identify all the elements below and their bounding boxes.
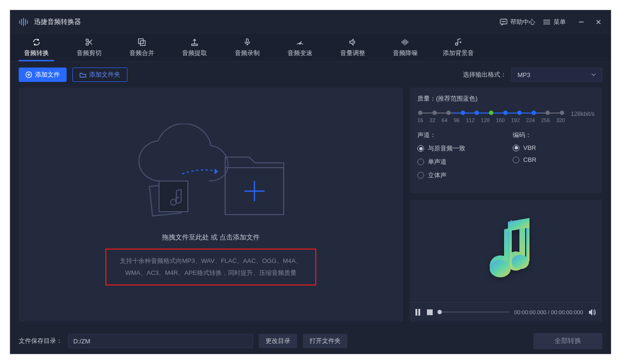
channel-stereo[interactable]: 立体声 xyxy=(417,171,499,180)
settings-panel: 质量：(推荐范围蓝色) xyxy=(410,88,602,193)
tick-label: 112 xyxy=(466,117,474,123)
tab-label: 音频降噪 xyxy=(393,49,418,57)
add-folder-button[interactable]: 添加文件夹 xyxy=(72,68,127,82)
open-folder-button[interactable]: 打开文件夹 xyxy=(303,334,347,348)
save-path-input[interactable]: D:/ZM xyxy=(68,334,253,348)
music-note-icon xyxy=(477,215,535,287)
help-center-button[interactable]: 帮助中心 xyxy=(500,18,535,26)
tab-audio-speed[interactable]: 音频变速 xyxy=(274,34,326,61)
tab-label: 音频合并 xyxy=(129,49,154,57)
add-folder-label: 添加文件夹 xyxy=(89,70,120,79)
stop-button[interactable] xyxy=(427,309,433,315)
svg-point-31 xyxy=(456,43,458,46)
output-format-value: MP3 xyxy=(518,71,530,79)
svg-marker-46 xyxy=(589,309,592,316)
minimize-button[interactable] xyxy=(577,18,585,26)
convert-all-label: 全部转换 xyxy=(554,337,581,345)
tab-audio-merge[interactable]: 音频合并 xyxy=(115,34,168,61)
speed-icon xyxy=(296,38,304,46)
svg-point-8 xyxy=(505,21,505,22)
volume-icon xyxy=(348,38,357,46)
channel-same-as-source[interactable]: 与原音频一致 xyxy=(417,144,499,153)
music-plus-icon xyxy=(454,38,462,46)
convert-all-button[interactable]: 全部转换 xyxy=(533,333,602,349)
help-label: 帮助中心 xyxy=(510,18,535,26)
output-format-label: 选择输出格式： xyxy=(463,70,506,79)
radio-icon xyxy=(417,172,424,179)
title-left: 迅捷音频转换器 xyxy=(19,17,81,27)
bitrate-slider[interactable] xyxy=(417,113,565,114)
tick-label: 128 xyxy=(481,117,490,123)
tab-add-bgm[interactable]: 添加背景音 xyxy=(432,34,484,61)
preview-panel: 00:00:00.000 / 00:00:00:000 xyxy=(410,200,602,321)
window-controls xyxy=(577,18,602,26)
right-panel: 质量：(推荐范围蓝色) xyxy=(410,88,602,321)
radio-label: 与原音频一致 xyxy=(428,144,465,153)
change-directory-button[interactable]: 更改目录 xyxy=(259,334,297,348)
close-button[interactable] xyxy=(595,18,602,26)
cloud-folder-illustration xyxy=(129,124,292,221)
radio-icon xyxy=(513,157,519,163)
svg-rect-20 xyxy=(140,41,145,46)
slider-tick-labels: 16 32 64 96 112 128 160 192 224 256 320 xyxy=(417,117,565,123)
slider-tick[interactable] xyxy=(531,111,536,115)
slider-tick[interactable] xyxy=(447,111,451,115)
tick-label: 16 xyxy=(417,117,423,123)
supported-formats-box: 支持十余种音频格式向MP3、WAV、FLAC、AAC、OGG、M4A、 WMA、… xyxy=(105,249,316,285)
radio-label: 立体声 xyxy=(428,171,447,180)
svg-rect-19 xyxy=(138,39,143,44)
encoding-vbr[interactable]: VBR xyxy=(513,144,595,151)
encoding-cbr[interactable]: CBR xyxy=(513,156,595,163)
save-path-label: 文件保存目录： xyxy=(19,337,62,345)
output-format-select[interactable]: MP3 xyxy=(511,68,602,82)
volume-button[interactable] xyxy=(588,308,597,317)
svg-point-16 xyxy=(86,43,89,46)
slider-tick[interactable] xyxy=(460,111,465,115)
tick-label: 64 xyxy=(442,117,448,123)
tick-label: 192 xyxy=(511,117,519,123)
scissors-icon xyxy=(85,38,93,46)
merge-icon xyxy=(138,38,146,46)
progress-slider[interactable] xyxy=(437,311,509,313)
slider-tick[interactable] xyxy=(560,111,564,115)
title-right: 帮助中心 菜单 xyxy=(500,18,602,26)
app-window: 迅捷音频转换器 帮助中心 菜单 xyxy=(10,10,611,354)
tab-audio-cut[interactable]: 音频剪切 xyxy=(63,34,115,61)
progress-handle[interactable] xyxy=(437,310,442,314)
svg-rect-22 xyxy=(246,39,248,43)
encoding-settings: 编码： VBR CBR xyxy=(513,131,595,184)
slider-tick[interactable] xyxy=(432,111,437,115)
channel-settings: 声道： 与原音频一致 单声道 立体声 xyxy=(417,131,499,184)
chevron-down-icon xyxy=(591,73,596,76)
pause-button[interactable] xyxy=(415,309,422,316)
slider-handle[interactable] xyxy=(489,111,494,115)
tab-label: 音频变速 xyxy=(288,49,312,57)
svg-rect-41 xyxy=(159,181,188,212)
save-path-value: D:/ZM xyxy=(73,338,90,345)
tick-label: 160 xyxy=(496,117,505,123)
add-file-button[interactable]: 添加文件 xyxy=(19,68,67,82)
drop-zone[interactable]: 拖拽文件至此处 或 点击添加文件 支持十余种音频格式向MP3、WAV、FLAC、… xyxy=(19,88,403,321)
waveform-icon xyxy=(401,38,410,46)
channel-title: 声道： xyxy=(417,131,499,139)
slider-tick[interactable] xyxy=(503,111,507,115)
encoding-title: 编码： xyxy=(513,131,595,139)
tab-label: 音频提取 xyxy=(182,49,207,57)
slider-tick[interactable] xyxy=(546,111,550,115)
slider-tick[interactable] xyxy=(418,111,423,115)
app-logo-icon xyxy=(19,17,29,27)
change-dir-label: 更改目录 xyxy=(265,337,290,345)
radio-label: CBR xyxy=(523,156,536,163)
tick-label: 32 xyxy=(429,117,435,123)
bitrate-value: 128kbit/s xyxy=(568,109,595,117)
tab-audio-convert[interactable]: 音频转换 xyxy=(10,34,63,61)
slider-tick[interactable] xyxy=(518,111,522,115)
slider-tick[interactable] xyxy=(475,111,479,115)
channel-mono[interactable]: 单声道 xyxy=(417,158,499,166)
tab-audio-record[interactable]: 音频录制 xyxy=(221,34,274,61)
time-display: 00:00:00.000 / 00:00:00:000 xyxy=(514,309,583,315)
tab-volume-adjust[interactable]: 音量调整 xyxy=(326,34,379,61)
main-menu-button[interactable]: 菜单 xyxy=(543,18,566,26)
tab-noise-reduce[interactable]: 音频降噪 xyxy=(379,34,432,61)
tab-audio-extract[interactable]: 音频提取 xyxy=(168,34,221,61)
